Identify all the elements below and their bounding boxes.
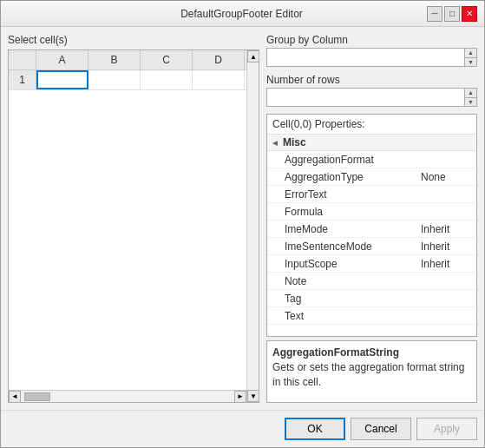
close-button[interactable]: ✕ xyxy=(462,6,477,22)
prop-inputscope-name: InputScope xyxy=(285,258,421,270)
hscroll-right-btn[interactable]: ► xyxy=(234,391,246,403)
prop-tag[interactable]: Tag xyxy=(267,290,476,307)
grid-vscrollbar[interactable]: ▲ ▼ xyxy=(246,50,259,402)
desc-title: AggregationFormatString xyxy=(272,346,471,359)
col-header-b: B xyxy=(88,50,141,69)
cell-a1[interactable] xyxy=(36,70,88,89)
col-header-d: D xyxy=(193,50,245,69)
prop-aggregationformat[interactable]: AggregationFormat xyxy=(267,151,476,168)
prop-aggregationtype[interactable]: AggregationType None xyxy=(267,168,476,186)
right-panel: Group by Column 0 ▲ ▼ Number of rows 1 ▲… xyxy=(266,34,477,403)
number-of-rows-field: Number of rows 1 ▲ ▼ xyxy=(266,74,477,107)
title-bar-controls: ─ □ ✕ xyxy=(427,6,477,22)
group-by-column-spinner-btns: ▲ ▼ xyxy=(464,49,476,66)
prop-imemode-name: ImeMode xyxy=(285,223,421,235)
group-by-column-label: Group by Column xyxy=(266,34,477,46)
maximize-button[interactable]: □ xyxy=(444,6,460,22)
cell-c1[interactable] xyxy=(141,70,193,89)
misc-group-label: Misc xyxy=(283,136,306,148)
grid-row-1: 1 xyxy=(9,70,259,90)
left-panel: Select cell(s) A B C D 1 xyxy=(8,34,259,403)
grid-scroll-area: A B C D 1 xyxy=(9,50,259,402)
group-by-column-spinner[interactable]: 0 ▲ ▼ xyxy=(266,48,477,67)
apply-button[interactable]: Apply xyxy=(416,418,477,440)
prop-text[interactable]: Text xyxy=(267,307,476,325)
group-by-column-up-btn[interactable]: ▲ xyxy=(465,49,476,58)
grid-corner xyxy=(9,50,36,69)
grid-data-rows: 1 xyxy=(9,70,259,90)
prop-tag-name: Tag xyxy=(285,293,421,305)
prop-imemode-value: Inherit xyxy=(421,223,473,235)
col-header-a: A xyxy=(36,50,88,69)
group-by-column-field: Group by Column 0 ▲ ▼ xyxy=(266,34,477,67)
prop-inputscope[interactable]: InputScope Inherit xyxy=(267,255,476,273)
prop-errortext[interactable]: ErrorText xyxy=(267,186,476,203)
prop-errortext-name: ErrorText xyxy=(285,188,421,201)
grid-hscrollbar[interactable]: ◄ ► xyxy=(9,390,246,402)
misc-group-header[interactable]: ◄ Misc xyxy=(267,135,476,151)
cell-d1[interactable] xyxy=(193,70,245,89)
dialog-body: Select cell(s) A B C D 1 xyxy=(1,27,484,410)
prop-imesentencemode-name: ImeSentenceMode xyxy=(285,240,421,253)
number-of-rows-up-btn[interactable]: ▲ xyxy=(465,89,476,98)
hscroll-left-btn[interactable]: ◄ xyxy=(9,391,21,403)
col-header-c: C xyxy=(141,50,193,69)
prop-imesentencemode-value: Inherit xyxy=(421,240,473,253)
dialog-footer: OK Cancel Apply xyxy=(1,410,484,447)
properties-section: Cell(0,0) Properties: ◄ Misc Aggregation… xyxy=(266,114,477,337)
group-by-column-input[interactable]: 0 xyxy=(267,49,464,66)
group-by-column-down-btn[interactable]: ▼ xyxy=(465,58,476,67)
number-of-rows-input[interactable]: 1 xyxy=(267,89,464,106)
prop-text-name: Text xyxy=(285,310,421,322)
prop-formula[interactable]: Formula xyxy=(267,203,476,221)
vscroll-up-btn[interactable]: ▲ xyxy=(247,50,259,63)
dialog: DefaultGroupFooter Editor ─ □ ✕ Select c… xyxy=(0,0,485,448)
select-cells-label: Select cell(s) xyxy=(8,34,259,46)
ok-button[interactable]: OK xyxy=(285,418,345,440)
prop-note-name: Note xyxy=(285,275,421,287)
description-section: AggregationFormatString Gets or sets the… xyxy=(266,340,477,403)
prop-inputscope-value: Inherit xyxy=(421,258,473,270)
number-of-rows-spinner[interactable]: 1 ▲ ▼ xyxy=(266,88,477,107)
number-of-rows-label: Number of rows xyxy=(266,74,477,86)
misc-collapse-icon: ◄ xyxy=(271,138,279,148)
cell-grid[interactable]: A B C D 1 xyxy=(8,49,259,403)
number-of-rows-down-btn[interactable]: ▼ xyxy=(465,98,476,107)
minimize-button[interactable]: ─ xyxy=(427,6,442,22)
hscroll-thumb[interactable] xyxy=(24,392,50,401)
properties-list: ◄ Misc AggregationFormat AggregationType… xyxy=(267,135,476,336)
prop-imesentencemode[interactable]: ImeSentenceMode Inherit xyxy=(267,238,476,255)
dialog-title: DefaultGroupFooter Editor xyxy=(56,8,427,20)
prop-aggregationtype-name: AggregationType xyxy=(285,171,421,183)
row-header-1: 1 xyxy=(9,70,36,89)
cell-b1[interactable] xyxy=(88,70,141,89)
prop-aggregationtype-value: None xyxy=(421,171,473,183)
vscroll-down-btn[interactable]: ▼ xyxy=(247,390,259,402)
properties-label: Cell(0,0) Properties: xyxy=(267,115,476,135)
prop-formula-name: Formula xyxy=(285,206,421,218)
prop-note[interactable]: Note xyxy=(267,273,476,290)
prop-aggregationformat-name: AggregationFormat xyxy=(285,154,421,166)
desc-text: Gets or sets the aggregation format stri… xyxy=(272,360,471,390)
number-of-rows-spinner-btns: ▲ ▼ xyxy=(464,89,476,106)
prop-imemode[interactable]: ImeMode Inherit xyxy=(267,221,476,238)
grid-header-row: A B C D xyxy=(9,50,259,70)
title-bar: DefaultGroupFooter Editor ─ □ ✕ xyxy=(1,1,484,27)
cancel-button[interactable]: Cancel xyxy=(351,418,411,440)
